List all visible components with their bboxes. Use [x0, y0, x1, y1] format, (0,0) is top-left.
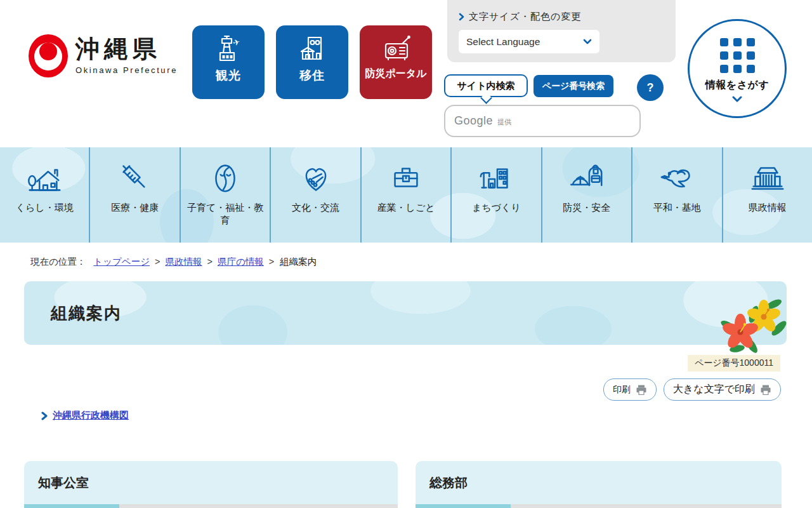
nav-label: 子育て・福祉・教育: [181, 201, 270, 226]
help-button[interactable]: ?: [637, 74, 664, 101]
site-subtitle: Okinawa Prefecture: [75, 65, 178, 75]
nav-item-heiwa[interactable]: 平和・基地: [631, 147, 721, 243]
tab-site-search-label: サイト内検索: [457, 80, 514, 92]
bosai-portal-label: 防災ポータル: [365, 67, 426, 81]
print-buttons: 印刷 大きな文字で印刷: [603, 378, 781, 401]
breadcrumb-separator: >: [207, 257, 213, 267]
find-info-label: 情報をさがす: [705, 79, 769, 92]
nav-label: 文化・交流: [288, 201, 343, 214]
okinawa-prefecture-page: 沖縄県 Okinawa Prefecture ✈ 観光: [0, 0, 812, 508]
svg-text:✈: ✈: [232, 37, 241, 48]
language-select[interactable]: Select Language: [459, 30, 599, 53]
bosai-portal-button[interactable]: 防災ポータル: [360, 25, 432, 99]
nav-label: まちづくり: [468, 201, 525, 214]
nav-label: 産業・しごと: [373, 201, 438, 214]
hibiscus-flowers-icon: [718, 295, 790, 355]
breadcrumb: 現在の位置：トップページ>県政情報>県庁の情報>組織案内: [30, 256, 317, 268]
breadcrumb-separator: >: [269, 257, 274, 267]
breadcrumb-link-kensei[interactable]: 県政情報: [166, 257, 202, 267]
page-title-banner: 組織案内: [24, 281, 787, 345]
text-size-label: 文字サイズ・配色の変更: [469, 11, 581, 23]
breadcrumb-link-kencho[interactable]: 県庁の情報: [218, 257, 264, 267]
text-size-link[interactable]: 文字サイズ・配色の変更: [459, 11, 581, 23]
buildings-icon: [297, 34, 327, 64]
section-title: 知事公室: [24, 461, 398, 504]
section-accent-bar: [416, 504, 782, 508]
breadcrumb-separator: >: [155, 257, 160, 267]
print-button-label: 印刷: [613, 384, 631, 396]
nav-label: 県政情報: [745, 201, 790, 214]
chevron-down-icon: [732, 96, 742, 102]
nav-item-kensei[interactable]: 県政情報: [722, 147, 812, 243]
help-label: ?: [647, 81, 654, 95]
nav-item-machi[interactable]: まちづくり: [450, 147, 540, 243]
helmet-backpack-icon: [567, 158, 606, 197]
print-button[interactable]: 印刷: [603, 378, 657, 401]
nav-item-kurashi[interactable]: くらし・環境: [0, 147, 89, 243]
iju-label: 移住: [299, 67, 325, 84]
nav-item-sangyo[interactable]: 産業・しごと: [360, 147, 450, 243]
nav-item-kosodate[interactable]: 子育て・福祉・教育: [180, 147, 270, 243]
government-building-icon: [748, 158, 787, 197]
print-large-button-label: 大きな文字で印刷: [673, 383, 755, 396]
section-chiji-koshitsu: 知事公室: [24, 461, 398, 508]
printer-icon: [636, 385, 647, 395]
google-brand-note: 提供: [497, 117, 511, 127]
handshake-heart-icon: [296, 158, 336, 197]
briefcase-icon: [386, 158, 426, 197]
radio-icon: [381, 34, 411, 64]
find-info-button[interactable]: 情報をさがす: [688, 19, 787, 118]
tab-site-search[interactable]: サイト内検索: [444, 74, 528, 97]
section-somu-bu: 総務部: [416, 461, 782, 508]
print-large-button[interactable]: 大きな文字で印刷: [664, 378, 781, 401]
site-title: 沖縄県: [75, 36, 178, 64]
nav-label: 平和・基地: [650, 201, 705, 214]
breadcrumb-current: 組織案内: [280, 257, 317, 267]
nav-item-bunka[interactable]: 文化・交流: [270, 147, 360, 243]
breadcrumb-link-top[interactable]: トップページ: [93, 257, 150, 267]
printer-icon: [760, 385, 771, 395]
nav-item-bosai[interactable]: 防災・安全: [541, 147, 631, 243]
page-title: 組織案内: [51, 281, 122, 345]
breadcrumb-prefix: 現在の位置：: [30, 257, 86, 267]
nav-label: くらし・環境: [12, 201, 77, 214]
chevron-right-icon: [459, 13, 464, 21]
kanko-button[interactable]: ✈ 観光: [192, 25, 265, 99]
language-select-value: Select Language: [466, 36, 540, 48]
section-accent-bar: [24, 504, 398, 508]
dove-icon: [657, 158, 697, 197]
airport-icon: ✈: [213, 34, 244, 64]
iju-button[interactable]: 移住: [276, 25, 348, 99]
tab-page-number-label: ページ番号検索: [542, 81, 605, 92]
town-crane-icon: [476, 158, 516, 197]
section-title: 総務部: [416, 461, 782, 504]
baby-icon: [206, 158, 245, 197]
quick-links: ✈ 観光 移住 防災ポータル: [192, 25, 432, 99]
chevron-down-icon: [583, 39, 592, 44]
tab-pointer: [480, 92, 492, 104]
google-brand: Google: [454, 114, 493, 128]
global-nav: くらし・環境 医療・健康 子育て・福祉・教育: [0, 147, 812, 243]
kanko-label: 観光: [216, 67, 241, 84]
tab-page-number-search[interactable]: ページ番号検索: [534, 75, 613, 97]
chevron-right-icon: [41, 411, 48, 420]
house-tree-icon: [25, 158, 64, 197]
okinawa-emblem-icon: [29, 34, 68, 77]
grid-dots-icon: [720, 38, 755, 73]
syringe-icon: [115, 158, 155, 197]
utility-panel: 文字サイズ・配色の変更 Select Language: [447, 0, 676, 62]
nav-label: 医療・健康: [107, 201, 162, 214]
search-input[interactable]: Google 提供: [444, 105, 641, 137]
nav-label: 防災・安全: [559, 201, 614, 214]
page-number-badge: ページ番号1000011: [688, 355, 780, 371]
site-logo[interactable]: 沖縄県 Okinawa Prefecture: [29, 34, 178, 77]
org-chart-link[interactable]: 沖縄県行政機構図: [53, 410, 129, 422]
nav-item-iryo[interactable]: 医療・健康: [89, 147, 179, 243]
org-chart-link-row: 沖縄県行政機構図: [41, 410, 129, 422]
